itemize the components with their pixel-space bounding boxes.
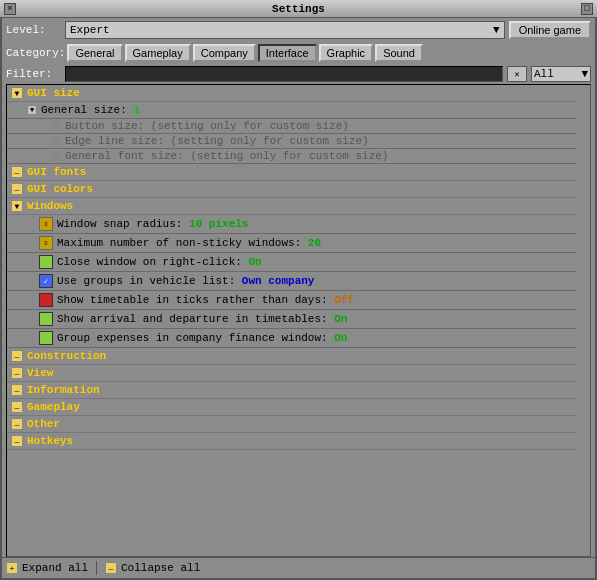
windows-title: Windows [27, 200, 73, 212]
arrival-departure-row[interactable]: Show arrival and departure in timetables… [7, 310, 576, 329]
maximize-icon: □ [584, 4, 589, 14]
edge-line-text: Edge line size: (setting only for custom… [65, 135, 369, 147]
gameplay-toggle[interactable]: — [11, 401, 23, 413]
filter-label: Filter: [6, 68, 61, 80]
collapse-all-button[interactable]: — Collapse all [105, 562, 200, 574]
font-size-row: General font size: (setting only for cus… [7, 149, 576, 164]
general-size-toggle[interactable]: ▼ [27, 105, 37, 115]
filter-clear-button[interactable]: ✕ [507, 66, 527, 82]
other-toggle[interactable]: — [11, 418, 23, 430]
filter-all-value: All [534, 68, 554, 80]
filter-all-select[interactable]: All ▼ [531, 66, 591, 82]
scroll-content: ▼ GUI size ▼ General size: 1 Button size… [7, 85, 590, 510]
gui-fonts-toggle[interactable]: — [11, 166, 23, 178]
title-bar: × Settings □ [0, 0, 597, 18]
gui-colors-title: GUI colors [27, 183, 93, 195]
edge-line-toggle [51, 136, 61, 146]
nonsticky-icon: ≡ [39, 236, 53, 250]
arrival-text: Show arrival and departure in timetables… [57, 313, 347, 325]
bottom-bar: + Expand all — Collapse all [2, 557, 595, 578]
hotkeys-title: Hotkeys [27, 435, 73, 447]
close-button[interactable]: × [4, 3, 16, 15]
tab-interface[interactable]: Interface [258, 44, 317, 62]
information-title: Information [27, 384, 100, 396]
timetable-ticks-icon [39, 293, 53, 307]
section-gui-fonts[interactable]: — GUI fonts [7, 164, 576, 181]
close-rightclick-text: Close window on right-click: On [57, 256, 262, 268]
section-construction[interactable]: — Construction [7, 348, 576, 365]
view-toggle[interactable]: — [11, 367, 23, 379]
section-gui-size[interactable]: ▼ GUI size [7, 85, 576, 102]
hotkeys-toggle[interactable]: — [11, 435, 23, 447]
tab-gameplay[interactable]: Gameplay [125, 44, 191, 62]
snap-text: Window snap radius: 10 pixels [57, 218, 248, 230]
section-windows[interactable]: ▼ Windows [7, 198, 576, 215]
content-area[interactable]: ▼ GUI size ▼ General size: 1 Button size… [6, 84, 591, 557]
level-value: Expert [70, 24, 110, 36]
use-groups-text: Use groups in vehicle list: Own company [57, 275, 314, 287]
tab-general[interactable]: General [67, 44, 122, 62]
level-row: Level: Expert ▼ Online game [2, 18, 595, 42]
gui-colors-toggle[interactable]: — [11, 183, 23, 195]
close-rightclick-icon [39, 255, 53, 269]
filter-dropdown-icon: ▼ [581, 68, 588, 80]
level-select[interactable]: Expert ▼ [65, 21, 505, 39]
gui-fonts-title: GUI fonts [27, 166, 86, 178]
use-groups-row[interactable]: ✓ Use groups in vehicle list: Own compan… [7, 272, 576, 291]
online-game-button[interactable]: Online game [509, 21, 591, 39]
collapse-all-label: Collapse all [121, 562, 200, 574]
maximize-button[interactable]: □ [581, 3, 593, 15]
category-row: Category: General Gameplay Company Inter… [2, 42, 595, 64]
collapse-all-icon: — [105, 562, 117, 574]
nonsticky-text: Maximum number of non-sticky windows: 20 [57, 237, 321, 249]
section-gui-colors[interactable]: — GUI colors [7, 181, 576, 198]
tab-graphic[interactable]: Graphic [319, 44, 374, 62]
group-expenses-text: Group expenses in company finance window… [57, 332, 347, 344]
construction-toggle[interactable]: — [11, 350, 23, 362]
expand-all-icon: + [6, 562, 18, 574]
max-nonsticky-row[interactable]: ≡ Maximum number of non-sticky windows: … [7, 234, 576, 253]
category-label: Category: [6, 47, 65, 59]
group-expenses-row[interactable]: Group expenses in company finance window… [7, 329, 576, 348]
section-view[interactable]: — View [7, 365, 576, 382]
empty-space [7, 450, 576, 510]
font-size-toggle [51, 151, 61, 161]
section-gameplay[interactable]: — Gameplay [7, 399, 576, 416]
gui-size-toggle[interactable]: ▼ [11, 87, 23, 99]
level-label: Level: [6, 24, 61, 36]
filter-input[interactable] [65, 66, 503, 82]
section-other[interactable]: — Other [7, 416, 576, 433]
timetable-ticks-text: Show timetable in ticks rather than days… [57, 294, 354, 306]
button-size-toggle [51, 121, 61, 131]
expand-all-button[interactable]: + Expand all [6, 562, 88, 574]
close-rightclick-row[interactable]: Close window on right-click: On [7, 253, 576, 272]
tab-company[interactable]: Company [193, 44, 256, 62]
filter-row: Filter: ✕ All ▼ [2, 64, 595, 84]
arrival-icon [39, 312, 53, 326]
timetable-ticks-row[interactable]: Show timetable in ticks rather than days… [7, 291, 576, 310]
view-title: View [27, 367, 53, 379]
gui-size-title: GUI size [27, 87, 80, 99]
window-snap-radius-row[interactable]: ≡ Window snap radius: 10 pixels [7, 215, 576, 234]
windows-toggle[interactable]: ▼ [11, 200, 23, 212]
section-information[interactable]: — Information [7, 382, 576, 399]
main-window: Level: Expert ▼ Online game Category: Ge… [0, 18, 597, 580]
snap-icon: ≡ [39, 217, 53, 231]
button-size-text: Button size: (setting only for custom si… [65, 120, 349, 132]
tab-sound[interactable]: Sound [375, 44, 423, 62]
edge-line-size-row: Edge line size: (setting only for custom… [7, 134, 576, 149]
level-dropdown-icon: ▼ [493, 24, 500, 36]
button-size-row: Button size: (setting only for custom si… [7, 119, 576, 134]
other-title: Other [27, 418, 60, 430]
divider [96, 561, 97, 575]
section-hotkeys[interactable]: — Hotkeys [7, 433, 576, 450]
general-size-text: General size: 1 [41, 104, 140, 116]
close-icon: × [7, 4, 12, 14]
group-expenses-icon [39, 331, 53, 345]
gameplay-title: Gameplay [27, 401, 80, 413]
window-title: Settings [16, 3, 581, 15]
use-groups-icon: ✓ [39, 274, 53, 288]
construction-title: Construction [27, 350, 106, 362]
information-toggle[interactable]: — [11, 384, 23, 396]
general-size-row[interactable]: ▼ General size: 1 [7, 102, 576, 119]
